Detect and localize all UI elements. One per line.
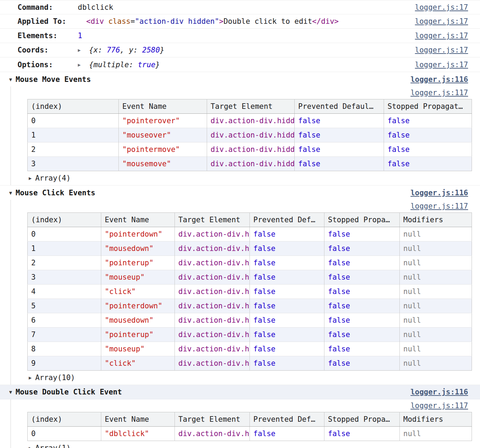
group-header[interactable]: ▼ Mouse Double Click Event logger.js:116 (0, 385, 480, 399)
table-cell: false (250, 299, 324, 313)
target-element-cell[interactable]: div.action-div.hidden (175, 299, 250, 313)
source-link[interactable]: logger.js:17 (415, 3, 468, 12)
group-header[interactable]: ▼ Mouse Click Events logger.js:116 (0, 186, 480, 200)
column-header[interactable]: Target Element (207, 99, 295, 114)
triangle-expanded-icon[interactable]: ▼ (9, 389, 12, 395)
log-label: Coords: (18, 46, 78, 54)
array-toggle[interactable]: ▶ Array(10) (27, 371, 472, 385)
triangle-expanded-icon[interactable]: ▼ (9, 77, 12, 82)
table-cell: 0 (28, 114, 119, 128)
target-element-cell[interactable]: div.action-div.hidden (175, 285, 250, 299)
table-cell: 2 (28, 256, 101, 270)
source-link[interactable]: logger.js:17 (415, 17, 468, 26)
target-element-cell[interactable]: div.action-div.hidden (175, 270, 250, 285)
column-header[interactable]: Modifiers (400, 412, 472, 427)
table-source-row: logger.js:117 (27, 200, 472, 212)
source-link[interactable]: logger.js:117 (411, 89, 468, 97)
array-toggle[interactable]: ▶ Array(4) (27, 171, 472, 185)
column-header[interactable]: (index) (28, 213, 101, 227)
column-header[interactable]: Stopped Propa… (324, 412, 400, 427)
table-cell: null (400, 270, 472, 285)
table-row: 5"pointerdown"div.action-div.hiddenfalse… (28, 299, 472, 313)
source-link[interactable]: logger.js:17 (415, 61, 468, 69)
column-header[interactable]: (index) (28, 99, 119, 114)
target-element-cell[interactable]: div.action-div.hidden (207, 128, 295, 142)
source-link[interactable]: logger.js:116 (411, 75, 468, 84)
token-attr: class (108, 17, 130, 26)
object-preview[interactable]: {x: 776, y: 2580} (89, 46, 164, 54)
table-cell: false (324, 241, 400, 256)
target-element-cell[interactable]: div.action-div.hidden (175, 328, 250, 342)
table-row: 2"pointerup"div.action-div.hiddenfalsefa… (28, 256, 472, 270)
array-label: Array(4) (35, 174, 70, 182)
table-cell: false (324, 342, 400, 356)
target-element-cell[interactable]: div.action-div.hidden (207, 114, 295, 128)
table-cell: null (400, 241, 472, 256)
table-cell: false (384, 128, 472, 142)
target-element-cell[interactable]: div.action-div.hidden (175, 313, 250, 328)
target-element-cell[interactable]: div.action-div.hidden (175, 241, 250, 256)
token-default: {multiple: (89, 61, 138, 69)
table-row: 7"pointerup"div.action-div.hiddenfalsefa… (28, 328, 472, 342)
source-link[interactable]: logger.js:116 (411, 388, 468, 396)
table-cell: null (400, 356, 472, 371)
column-header[interactable]: Prevented Defaul… (295, 99, 384, 114)
target-element-cell[interactable]: div.action-div.hidden (207, 142, 295, 157)
console-group-mouse-move-events: ▼ Mouse Move Events logger.js:116 logger… (0, 72, 480, 185)
token-blue: 2580 (142, 46, 160, 54)
target-element-cell[interactable]: div.action-div.hidden (175, 256, 250, 270)
log-label: Command: (18, 3, 78, 12)
triangle-collapsed-icon[interactable]: ▶ (78, 47, 81, 53)
triangle-collapsed-icon[interactable]: ▶ (78, 62, 81, 68)
token-blue: true (138, 61, 156, 69)
column-header[interactable]: Prevented Def… (250, 412, 324, 427)
group-header[interactable]: ▼ Mouse Move Events logger.js:116 (0, 72, 480, 86)
console-table: (index)Event NameTarget ElementPrevented… (27, 99, 472, 171)
table-cell: false (384, 114, 472, 128)
table-row: 8"mouseup"div.action-div.hiddenfalsefals… (28, 342, 472, 356)
column-header[interactable]: Stopped Propa… (324, 213, 400, 227)
column-header[interactable]: Modifiers (400, 213, 472, 227)
source-link[interactable]: logger.js:17 (415, 46, 468, 54)
column-header[interactable]: Event Name (119, 99, 207, 114)
array-toggle[interactable]: ▶ Array(1) (27, 441, 472, 448)
source-link[interactable]: logger.js:117 (411, 202, 468, 210)
log-label: Elements: (18, 31, 78, 40)
source-link[interactable]: logger.js:116 (411, 189, 468, 197)
table-cell: "pointerover" (119, 114, 207, 128)
array-label: Array(10) (35, 373, 75, 382)
triangle-expanded-icon[interactable]: ▼ (9, 190, 12, 196)
token-val: "action-div hidden" (135, 17, 219, 26)
target-element-cell[interactable]: div.action-div.hidden (207, 157, 295, 171)
table-cell: 7 (28, 328, 101, 342)
source-link[interactable]: logger.js:117 (411, 401, 468, 410)
table-cell: null (400, 342, 472, 356)
column-header[interactable]: Target Element (175, 213, 250, 227)
element-preview[interactable]: <div class="action-div hidden">Double cl… (78, 17, 415, 26)
column-header[interactable]: Prevented Def… (250, 213, 324, 227)
target-element-cell[interactable]: div.action-div.hidden (175, 427, 250, 441)
column-header[interactable]: (index) (28, 412, 101, 427)
table-cell: false (250, 427, 324, 441)
column-header[interactable]: Target Element (175, 412, 250, 427)
column-header[interactable]: Event Name (101, 412, 175, 427)
triangle-collapsed-icon: ▶ (29, 445, 32, 448)
table-cell: null (400, 427, 472, 441)
table-cell: "pointerup" (101, 328, 175, 342)
column-header[interactable]: Event Name (101, 213, 175, 227)
table-cell: 6 (28, 313, 101, 328)
table-source-row: logger.js:117 (27, 399, 472, 412)
table-cell: false (250, 270, 324, 285)
table-cell: "click" (101, 285, 175, 299)
console-row-elements: Elements: 1 logger.js:17 (0, 29, 480, 43)
target-element-cell[interactable]: div.action-div.hidden (175, 356, 250, 371)
token-blue: 776 (107, 46, 120, 54)
target-element-cell[interactable]: div.action-div.hidden (175, 342, 250, 356)
table-source-row: logger.js:117 (27, 86, 472, 99)
table-cell: "mouseover" (119, 128, 207, 142)
console-row-options: Options: ▶ {multiple: true} logger.js:17 (0, 57, 480, 72)
target-element-cell[interactable]: div.action-div.hidden (175, 227, 250, 241)
source-link[interactable]: logger.js:17 (415, 31, 468, 40)
object-preview[interactable]: {multiple: true} (89, 61, 160, 69)
column-header[interactable]: Stopped Propagat… (384, 99, 472, 114)
